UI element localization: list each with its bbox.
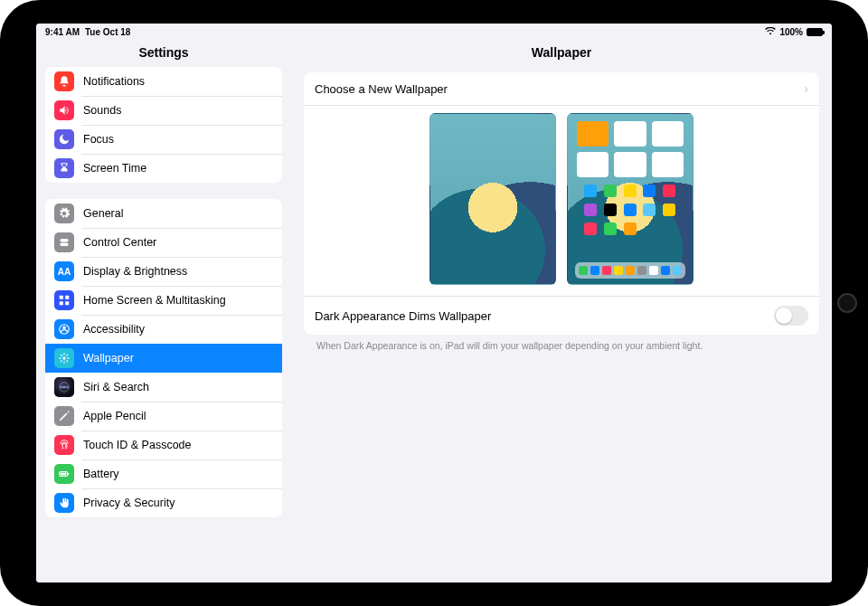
settings-sidebar: Settings NotificationsSoundsFocusScreen … [36, 40, 291, 582]
bell-icon [54, 71, 74, 91]
wallpaper-card: Choose a New Wallpaper › [304, 72, 819, 335]
sidebar-item-sounds[interactable]: Sounds [45, 96, 282, 125]
sidebar-item-label: Sounds [83, 104, 121, 117]
sidebar-item-battery[interactable]: Battery [45, 459, 282, 488]
lockscreen-preview[interactable] [429, 113, 556, 285]
dark-dims-label: Dark Appearance Dims Wallpaper [315, 309, 491, 323]
sidebar-item-screentime[interactable]: Screen Time [45, 154, 282, 183]
fingerprint-icon [54, 435, 74, 455]
sidebar-item-notifications[interactable]: Notifications [45, 67, 282, 96]
sidebar-group: GeneralControl CenterAADisplay & Brightn… [45, 199, 282, 517]
sidebar-item-label: Privacy & Security [83, 497, 175, 509]
svg-rect-17 [61, 473, 66, 475]
grid-icon [54, 290, 74, 310]
sidebar-item-label: Accessibility [83, 323, 145, 336]
moon-icon [54, 129, 74, 149]
sidebar-item-label: Wallpaper [83, 352, 134, 365]
sidebar-item-touchid[interactable]: Touch ID & Passcode [45, 431, 282, 459]
sidebar-item-label: Apple Pencil [83, 410, 146, 422]
svg-rect-18 [68, 473, 69, 475]
sidebar-item-label: Notifications [83, 75, 145, 88]
sidebar-item-pencil[interactable]: Apple Pencil [45, 402, 282, 431]
pencil-icon [54, 406, 74, 426]
svg-line-13 [61, 360, 62, 362]
sidebar-item-general[interactable]: General [45, 199, 282, 228]
sidebar-item-focus[interactable]: Focus [45, 125, 282, 154]
toggles-icon [54, 232, 74, 252]
sidebar-group: NotificationsSoundsFocusScreen Time [45, 67, 282, 183]
ipad-frame: 9:41 AM Tue Oct 18 100% Settings Notific… [0, 0, 868, 606]
sidebar-item-label: Display & Brightness [83, 265, 187, 278]
wallpaper-pane: Wallpaper Choose a New Wallpaper › [291, 40, 832, 582]
aa-icon: AA [54, 261, 74, 281]
sidebar-item-accessibility[interactable]: Accessibility [45, 315, 282, 344]
wifi-icon [765, 27, 776, 37]
wallpaper-previews [304, 105, 819, 296]
dark-dims-footer: When Dark Appearance is on, iPad will di… [304, 335, 819, 351]
pane-title: Wallpaper [304, 40, 819, 72]
sidebar-item-display[interactable]: AADisplay & Brightness [45, 257, 282, 286]
flower-icon [54, 348, 74, 368]
status-date: Tue Oct 18 [85, 27, 130, 37]
sidebar-item-label: Screen Time [83, 162, 146, 175]
speaker-icon [54, 100, 74, 120]
home-button[interactable] [837, 293, 857, 313]
svg-point-5 [62, 327, 66, 330]
screen: 9:41 AM Tue Oct 18 100% Settings Notific… [36, 24, 832, 582]
battery-icon [807, 28, 823, 36]
hand-icon [54, 493, 74, 513]
gear-icon [54, 204, 74, 223]
choose-wallpaper-label: Choose a New Wallpaper [315, 82, 448, 96]
battery-icon [54, 464, 74, 484]
sidebar-item-label: Touch ID & Passcode [83, 439, 192, 451]
sidebar-item-siri[interactable]: Siri & Search [45, 373, 282, 402]
svg-rect-3 [65, 301, 69, 305]
sidebar-item-privacy[interactable]: Privacy & Security [45, 488, 282, 517]
sidebar-item-label: Control Center [83, 236, 156, 249]
status-bar: 9:41 AM Tue Oct 18 100% [36, 24, 832, 40]
battery-percent: 100% [779, 27, 803, 37]
sidebar-item-label: General [83, 207, 123, 220]
svg-line-12 [66, 360, 68, 362]
person-icon [54, 319, 74, 339]
status-time: 9:41 AM [45, 27, 80, 37]
sidebar-title: Settings [36, 40, 291, 67]
homescreen-preview[interactable] [567, 113, 693, 285]
hourglass-icon [54, 158, 74, 178]
sidebar-item-homescreen[interactable]: Home Screen & Multitasking [45, 286, 282, 315]
svg-point-6 [62, 356, 66, 360]
dark-dims-toggle[interactable] [774, 306, 808, 326]
sidebar-item-label: Focus [83, 133, 114, 146]
svg-rect-1 [65, 296, 69, 299]
sidebar-item-label: Home Screen & Multitasking [83, 294, 226, 307]
sidebar-item-label: Siri & Search [83, 381, 149, 393]
svg-line-14 [66, 355, 68, 356]
sidebar-item-controlcenter[interactable]: Control Center [45, 228, 282, 257]
chevron-right-icon: › [804, 81, 808, 96]
siri-icon [54, 377, 74, 397]
svg-line-11 [61, 355, 62, 356]
choose-wallpaper-row[interactable]: Choose a New Wallpaper › [304, 72, 819, 105]
dark-dims-row: Dark Appearance Dims Wallpaper [304, 296, 819, 335]
svg-rect-0 [60, 296, 63, 299]
sidebar-item-label: Battery [83, 468, 119, 480]
sidebar-item-wallpaper[interactable]: Wallpaper [45, 344, 282, 373]
svg-rect-2 [60, 301, 63, 305]
